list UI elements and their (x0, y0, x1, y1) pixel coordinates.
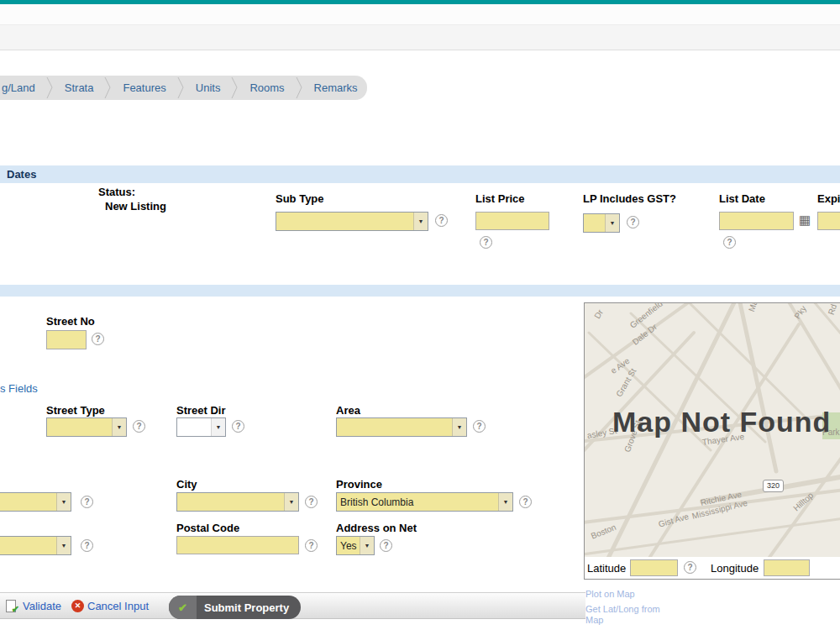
map-panel[interactable]: Dr Greenfield Dale Dr Manchester Rd Pky … (584, 302, 840, 580)
bottom-toolbar: ✔ Validate ✕ Cancel Input ✔ Submit Prope… (0, 592, 585, 619)
dropdown-arrow-icon: ▼ (56, 493, 71, 511)
tab-rooms[interactable]: Rooms (239, 81, 295, 94)
get-latlong-link[interactable]: Get Lat/Long from Map (585, 604, 676, 626)
list-price-help-icon[interactable]: ? (480, 236, 492, 249)
tab-label: Features (123, 81, 165, 94)
tab-remarks[interactable]: Remarks (303, 81, 369, 94)
longitude-label: Longitude (711, 562, 759, 575)
street-dir-help-icon[interactable]: ? (232, 420, 244, 433)
tab-bldg-land[interactable]: g/Land (0, 81, 46, 94)
expiry-input[interactable] (817, 212, 840, 230)
left-truncated-help-icon-1[interactable]: ? (81, 496, 93, 508)
postal-code-label: Postal Code (176, 522, 239, 534)
dropdown-arrow-icon: ▼ (498, 493, 512, 511)
status-label: Status: (98, 186, 135, 198)
left-truncated-select-1[interactable]: ▼ (0, 492, 71, 512)
header-band-top (0, 4, 840, 25)
section-header-dates: Dates (0, 165, 840, 183)
left-truncated-help-icon-2[interactable]: ? (81, 539, 93, 552)
left-truncated-value-2 (0, 537, 56, 554)
list-price-input[interactable] (475, 212, 549, 230)
area-label: Area (336, 404, 360, 417)
city-label: City (176, 478, 197, 491)
postal-code-help-icon[interactable]: ? (305, 539, 318, 552)
city-select[interactable]: ▼ (176, 492, 299, 512)
tab-separator-icon (231, 76, 239, 100)
street-no-help-icon[interactable]: ? (92, 333, 104, 345)
map-not-found-message: Map Not Found (612, 406, 831, 438)
street-type-label: Street Type (46, 404, 105, 417)
area-select[interactable]: ▼ (336, 417, 467, 437)
tab-strata[interactable]: Strata (54, 81, 105, 94)
street-type-help-icon[interactable]: ? (133, 420, 145, 433)
street-dir-select[interactable]: ▼ (176, 417, 226, 437)
street-type-select[interactable]: ▼ (46, 417, 127, 437)
submit-check-icon: ✔ (169, 596, 197, 619)
city-value (177, 493, 284, 511)
street-no-input[interactable] (46, 330, 87, 349)
lp-gst-help-icon[interactable]: ? (627, 216, 639, 228)
tab-separator-icon (104, 76, 112, 100)
dropdown-arrow-icon: ▼ (452, 418, 466, 436)
list-date-input[interactable] (719, 212, 794, 230)
header-band (0, 25, 840, 50)
tab-label: g/Land (2, 81, 35, 94)
list-price-label: List Price (475, 192, 525, 205)
dropdown-arrow-icon: ▼ (605, 214, 619, 232)
dropdown-arrow-icon: ▼ (284, 493, 298, 511)
area-value (337, 418, 452, 436)
province-select[interactable]: British Columbia ▼ (336, 492, 513, 512)
latitude-label: Latitude (587, 562, 626, 575)
street-dir-label: Street Dir (176, 404, 226, 417)
sub-type-value (276, 213, 413, 230)
section-title: Dates (0, 165, 840, 183)
tab-separator-icon (296, 76, 303, 100)
longitude-input[interactable] (764, 559, 810, 576)
cancel-input-button[interactable]: Cancel Input (87, 600, 149, 612)
validate-button[interactable]: Validate (23, 600, 61, 612)
tab-label: Rooms (249, 81, 284, 94)
sub-type-help-icon[interactable]: ? (435, 214, 448, 227)
lat-long-strip: Latitude ? Longitude (585, 557, 840, 580)
status-value: New Listing (105, 200, 166, 213)
street-type-value (47, 418, 112, 436)
tab-units[interactable]: Units (185, 81, 232, 94)
sub-type-label: Sub Type (276, 192, 324, 205)
calendar-icon[interactable]: ▦ (799, 213, 811, 226)
tab-separator-icon (177, 76, 185, 100)
sub-type-select[interactable]: ▼ (276, 212, 428, 231)
tab-label: Strata (65, 81, 94, 94)
listing-input-form: g/Land Strata Features Units Rooms Remar… (0, 0, 840, 630)
tab-features[interactable]: Features (112, 81, 176, 94)
address-on-net-select[interactable]: Yes ▼ (336, 536, 375, 555)
latitude-help-icon[interactable]: ? (684, 561, 696, 574)
tab-label: Units (196, 81, 221, 94)
green-check-icon: ✔ (12, 604, 19, 615)
street-dir-value (177, 418, 211, 436)
area-help-icon[interactable]: ? (473, 420, 486, 433)
validate-doc-icon: ✔ (6, 600, 16, 612)
highway-shield-badge: 320 (763, 480, 784, 492)
province-value: British Columbia (337, 493, 498, 511)
list-date-help-icon[interactable]: ? (723, 236, 736, 249)
city-help-icon[interactable]: ? (305, 496, 318, 508)
submit-property-button[interactable]: ✔ Submit Property (169, 596, 301, 619)
plot-on-map-link[interactable]: Plot on Map (585, 589, 678, 600)
province-help-icon[interactable]: ? (519, 496, 532, 508)
lp-gst-select[interactable]: ▼ (583, 213, 620, 233)
dropdown-arrow-icon: ▼ (360, 537, 374, 554)
cancel-x-icon: ✕ (71, 600, 84, 612)
postal-code-input[interactable] (176, 536, 299, 554)
left-truncated-select-2[interactable]: ▼ (0, 536, 71, 555)
lp-gst-label: LP Includes GST? (583, 192, 676, 205)
address-on-net-help-icon[interactable]: ? (380, 539, 392, 552)
address-on-net-label: Address on Net (336, 522, 417, 534)
left-truncated-value-1 (0, 493, 56, 511)
latitude-input[interactable] (630, 559, 678, 576)
form-tab-strip: g/Land Strata Features Units Rooms Remar… (0, 76, 367, 100)
dropdown-arrow-icon: ▼ (211, 418, 225, 436)
address-fields-link[interactable]: s Fields (0, 382, 38, 395)
expiry-label: Expi (817, 192, 840, 205)
dropdown-arrow-icon: ▼ (56, 537, 71, 554)
tab-separator-icon (46, 76, 54, 100)
